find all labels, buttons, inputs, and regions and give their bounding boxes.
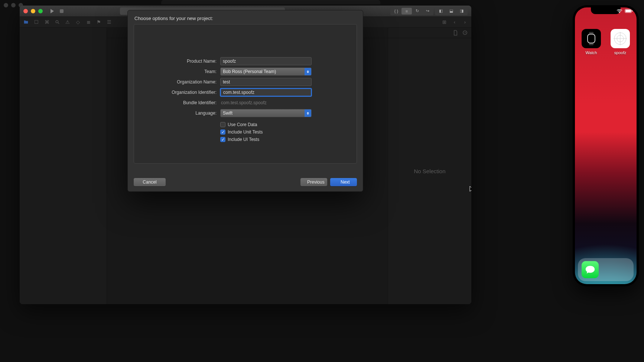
home-screen-dock [578, 258, 634, 281]
cancel-button[interactable]: Cancel [134, 178, 166, 186]
forward-button[interactable]: › [462, 19, 468, 26]
product-name-label: Product Name: [134, 59, 220, 64]
test-navigator-tab[interactable]: ◇ [75, 19, 81, 26]
back-button[interactable]: ‹ [451, 19, 458, 26]
authors-editor-button[interactable]: ↪ [422, 8, 433, 14]
watch-app[interactable]: Watch [581, 29, 601, 55]
file-inspector-tab[interactable] [453, 30, 458, 36]
simulator-screen[interactable]: Watch spoofz [575, 7, 637, 284]
standard-editor-button[interactable]: { } [391, 8, 401, 14]
quick-help-inspector-tab[interactable]: ? [462, 30, 468, 36]
language-popup-value: Swift [223, 111, 232, 116]
use-core-data-checkbox[interactable] [220, 122, 225, 127]
xcode-window: { } ≡ ↻ ↪ ◧ ⬓ ◨ ☐ ⌘ ⚠ ◇ ≣ ⚑ ☰ ⊞ ‹ › [20, 6, 471, 304]
svg-text:?: ? [464, 31, 466, 34]
svg-rect-6 [632, 10, 632, 12]
svg-rect-10 [588, 34, 595, 43]
play-icon [51, 9, 54, 13]
minimize-window-button[interactable] [31, 9, 35, 13]
team-popup-value: Bob Ross (Personal Team) [223, 69, 276, 74]
previous-button[interactable]: Previous [300, 178, 327, 186]
watch-app-icon [582, 29, 601, 48]
version-editor-button[interactable]: ↻ [412, 8, 422, 14]
source-control-navigator-tab[interactable]: ☐ [33, 19, 40, 26]
inspector-empty-label: No Selection [388, 38, 471, 304]
breakpoint-navigator-tab[interactable]: ⚑ [95, 19, 102, 26]
debug-navigator-tab[interactable]: ≣ [85, 19, 92, 26]
window-traffic-lights[interactable] [23, 9, 43, 13]
project-navigator-panel [20, 28, 107, 304]
chevron-updown-icon [305, 68, 311, 75]
language-label: Language: [134, 111, 220, 116]
new-project-options-sheet: Choose options for your new project: Pro… [127, 10, 363, 192]
svg-rect-7 [625, 10, 631, 12]
spoofz-app[interactable]: spoofz [610, 29, 630, 55]
panel-toggle-segment[interactable]: ◧ ⬓ ◨ [435, 7, 468, 15]
stop-button[interactable] [58, 7, 66, 15]
report-navigator-tab[interactable]: ☰ [106, 19, 113, 26]
project-navigator-tab[interactable] [23, 19, 29, 26]
chevron-updown-icon [305, 109, 311, 117]
bundle-identifier-value: com.test.spoofz.spoofz [220, 100, 312, 105]
watch-app-label: Watch [586, 50, 597, 55]
device-notch [591, 7, 621, 14]
organization-name-label: Organization Name: [134, 79, 220, 85]
include-ui-tests-checkbox[interactable] [220, 137, 225, 142]
svg-line-1 [58, 23, 59, 24]
status-bar [617, 9, 633, 13]
include-ui-tests-label: Include UI Tests [228, 137, 259, 142]
symbol-navigator-tab[interactable]: ⌘ [43, 19, 50, 26]
zoom-window-button[interactable] [38, 9, 43, 13]
include-unit-tests-label: Include Unit Tests [228, 129, 263, 135]
close-window-button[interactable] [23, 9, 28, 13]
team-label: Team: [134, 69, 220, 74]
toggle-inspector-button[interactable]: ◨ [456, 8, 467, 14]
toggle-debug-area-button[interactable]: ⬓ [446, 8, 456, 14]
organization-name-field[interactable] [220, 78, 312, 86]
spoofz-app-label: spoofz [614, 50, 626, 55]
grid-icon[interactable]: ⊞ [441, 19, 448, 26]
messages-app[interactable] [582, 261, 599, 278]
language-popup[interactable]: Swift [220, 109, 312, 117]
team-popup[interactable]: Bob Ross (Personal Team) [220, 68, 312, 76]
svg-point-0 [56, 20, 58, 23]
spoofz-app-icon [611, 29, 630, 48]
run-button[interactable] [48, 7, 56, 15]
stop-icon [60, 9, 64, 13]
issue-navigator-tab[interactable]: ⚠ [64, 19, 71, 26]
toggle-navigator-button[interactable]: ◧ [436, 8, 446, 14]
home-screen-apps: Watch spoofz [575, 29, 637, 55]
battery-icon [625, 9, 633, 13]
organization-identifier-field[interactable] [220, 88, 312, 96]
include-unit-tests-checkbox[interactable] [220, 129, 225, 135]
product-name-field[interactable] [220, 57, 312, 65]
bundle-identifier-label: Bundle Identifier: [134, 100, 220, 105]
assistant-editor-button[interactable]: ≡ [401, 8, 412, 14]
messages-icon [585, 264, 596, 275]
inspector-panel: ? No Selection [388, 28, 471, 304]
sheet-title: Choose options for your new project: [128, 10, 363, 24]
editor-mode-segment[interactable]: { } ≡ ↻ ↪ [390, 7, 433, 15]
use-core-data-label: Use Core Data [228, 122, 257, 127]
organization-identifier-label: Organization Identifier: [134, 90, 220, 95]
next-button[interactable]: Next [330, 178, 357, 186]
wifi-icon [617, 9, 622, 13]
ios-simulator-device: Watch spoofz [573, 5, 639, 286]
background-browser-tab [161, 0, 380, 4]
find-navigator-tab[interactable] [54, 19, 61, 26]
svg-point-4 [619, 12, 620, 13]
